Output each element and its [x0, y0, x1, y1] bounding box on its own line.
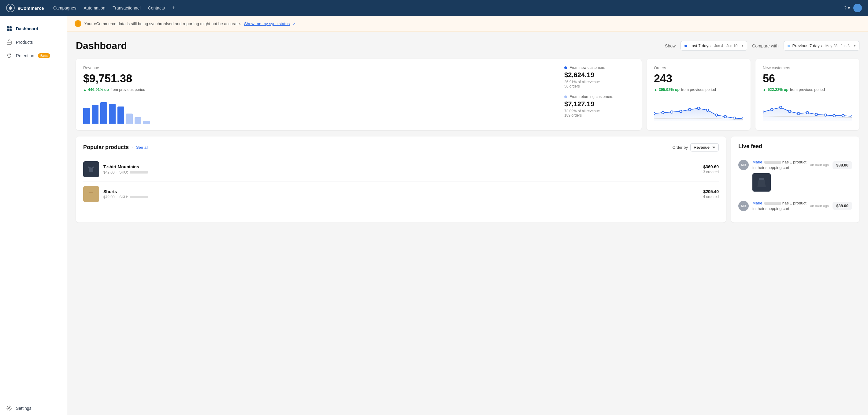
newcust-change: ▲ 522.22% up from previous period: [763, 88, 852, 92]
product-revenue-1: $369.60 13 ordered: [701, 164, 719, 174]
period-dropdown[interactable]: Last 7 days Jun 4 - Jun 10 ▾: [681, 41, 747, 51]
sku-label-2: SKU:: [119, 195, 128, 199]
svg-point-15: [715, 114, 718, 116]
product-price-2: $79.00: [103, 195, 115, 199]
svg-rect-2: [9, 26, 11, 28]
feed-item-2: MR Marie has 1 product in their shopping…: [738, 196, 852, 216]
nav-transactionnel[interactable]: Transactionnel: [113, 5, 141, 10]
orders-change-suffix: from previous period: [681, 88, 716, 92]
newcust-up-arrow-icon: ▲: [763, 88, 766, 91]
returning-customers-pct: 73.09% of all revenue: [564, 109, 634, 113]
svg-point-29: [851, 115, 852, 118]
page-title: Dashboard: [76, 40, 660, 52]
top-navigation: eCommerce Campagnes Automation Transacti…: [0, 0, 868, 16]
orders-label: Orders: [654, 65, 743, 70]
see-all-link[interactable]: See all: [136, 145, 148, 150]
product-revenue-2: $205.40 4 ordered: [703, 189, 719, 199]
dashboard-content: Dashboard Show Last 7 days Jun 4 - Jun 1…: [67, 32, 868, 231]
main-content: ! Your eCommerce data is still being syn…: [67, 16, 868, 415]
product-thumbnail-2: [83, 186, 99, 202]
sync-message: Your eCommerce data is still being synch…: [85, 22, 241, 26]
sidebar-item-settings[interactable]: Settings: [0, 402, 67, 415]
svg-point-11: [680, 110, 682, 113]
compare-chevron-icon: ▾: [854, 44, 856, 48]
feed-row-1: MR Marie has 1 product in their shopping…: [738, 159, 852, 171]
revenue-change-pct: 446.91% up: [88, 88, 109, 92]
period-label: Last 7 days: [689, 43, 711, 48]
nav-automation[interactable]: Automation: [84, 5, 105, 10]
svg-rect-32: [759, 178, 764, 180]
returning-customers-dot: From returning customers: [564, 95, 634, 99]
logo[interactable]: eCommerce: [6, 4, 44, 12]
svg-point-26: [824, 114, 827, 116]
stats-grid: Revenue $9,751.38 ▲ 446.91% up from prev…: [76, 59, 860, 130]
product-info-1: T-shirt Mountains $42.00 · SKU:: [103, 164, 697, 174]
new-dot-icon: [564, 66, 567, 69]
bar-2: [92, 105, 98, 124]
popular-products-header: Popular products · See all Order by Reve…: [83, 143, 719, 151]
feed-row-2: MR Marie has 1 product in their shopping…: [738, 201, 852, 211]
svg-rect-30: [88, 192, 94, 198]
new-customers-orders: 56 orders: [564, 84, 634, 88]
sync-link[interactable]: Show me my sync status: [244, 22, 290, 26]
feed-text-1: Marie has 1 product in their shopping ca…: [752, 159, 807, 171]
live-feed-card: Live feed MR Marie has 1 product in thei…: [731, 137, 860, 223]
feed-name-blur-2: [764, 202, 781, 205]
orders-up-arrow-icon: ▲: [654, 88, 657, 91]
bar-4: [109, 104, 116, 124]
compare-period-range: May 28 - Jun 3: [826, 44, 850, 48]
revenue-bar-chart: [83, 99, 555, 124]
new-customers-pct: 26.91% of all revenue: [564, 80, 634, 84]
bottom-grid: Popular products · See all Order by Reve…: [76, 137, 860, 223]
svg-point-21: [780, 106, 782, 109]
svg-point-14: [706, 109, 709, 111]
sidebar-item-products[interactable]: Products: [0, 35, 67, 49]
product-ordered-2: 4 ordered: [703, 195, 719, 199]
feed-user-link-1[interactable]: Marie: [752, 160, 763, 164]
sync-banner: ! Your eCommerce data is still being syn…: [67, 16, 868, 32]
feed-avatar-2: MR: [738, 201, 749, 211]
bar-6: [126, 114, 133, 124]
svg-point-19: [763, 111, 764, 113]
revenue-segments: From new customers $2,624.19 26.91% of a…: [555, 65, 634, 124]
bar-3: [100, 102, 107, 124]
help-button[interactable]: ? ▾: [844, 5, 850, 11]
nav-campagnes[interactable]: Campagnes: [53, 5, 76, 10]
svg-rect-4: [9, 29, 11, 31]
svg-point-8: [654, 112, 655, 115]
revenue-value: $9,751.38: [83, 72, 555, 85]
sidebar-item-dashboard[interactable]: Dashboard: [0, 22, 67, 35]
user-avatar[interactable]: [853, 4, 862, 12]
feed-user-link-2[interactable]: Marie: [752, 201, 763, 205]
nav-contacts[interactable]: Contacts: [148, 5, 165, 10]
returning-customers-value: $7,127.19: [564, 100, 634, 108]
order-by-label: Order by: [672, 145, 688, 150]
revenue-change-suffix: from previous period: [111, 88, 145, 92]
feed-price-2: $38.00: [833, 202, 852, 210]
product-row: T-shirt Mountains $42.00 · SKU: $369.60 …: [83, 157, 719, 182]
sku-label-1: SKU:: [119, 170, 128, 174]
add-nav-button[interactable]: +: [172, 5, 176, 11]
compare-label: Compare with: [752, 43, 778, 48]
compare-dropdown[interactable]: Previous 7 days May 28 - Jun 3 ▾: [783, 41, 860, 51]
popular-products-title: Popular products: [83, 144, 129, 151]
svg-point-12: [688, 108, 691, 111]
svg-point-24: [806, 111, 809, 114]
feed-price-1: $38.00: [833, 161, 852, 169]
newcust-value: 56: [763, 72, 852, 85]
orders-change: ▲ 395.92% up from previous period: [654, 88, 743, 92]
orders-value: 243: [654, 72, 743, 85]
bar-5: [118, 107, 124, 124]
bar-1: [83, 108, 90, 124]
new-customers-card: New customers 56 ▲ 522.22% up from previ…: [755, 59, 860, 130]
product-sku-blur-1: [130, 171, 148, 174]
compare-period-label: Previous 7 days: [793, 43, 822, 48]
popular-products-card: Popular products · See all Order by Reve…: [76, 137, 726, 223]
period-chevron-icon: ▾: [742, 44, 743, 48]
newcust-change-pct: 522.22% up: [768, 88, 788, 92]
feed-text-2: Marie has 1 product in their shopping ca…: [752, 201, 807, 211]
app-name: eCommerce: [18, 5, 44, 11]
sidebar-item-retention[interactable]: Retention Beta: [0, 49, 67, 62]
order-by-select[interactable]: Revenue Orders: [690, 143, 719, 151]
feed-name-blur-1: [764, 161, 781, 164]
